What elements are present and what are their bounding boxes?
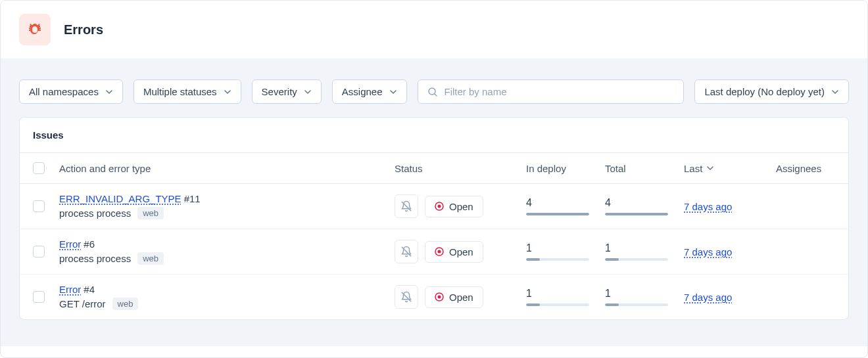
select-all-checkbox[interactable]: [33, 162, 45, 174]
last-time-link[interactable]: 7 days ago: [684, 292, 732, 303]
action-tag: web: [137, 252, 164, 265]
page-title: Errors: [64, 22, 103, 37]
bar-track: [605, 303, 668, 306]
bar-track: [605, 258, 668, 261]
notification-off-icon: [400, 246, 412, 257]
error-link[interactable]: ERR_INVALID_ARG_TYPE: [59, 193, 181, 204]
bar-fill: [526, 303, 540, 306]
row-checkbox[interactable]: [33, 200, 45, 212]
issue-number: #4: [84, 284, 95, 295]
bar-fill: [526, 258, 540, 261]
in-deploy-value: 1: [526, 242, 605, 254]
record-icon: [435, 247, 444, 256]
col-status: Status: [395, 163, 526, 174]
action-subtitle: GET /error: [59, 298, 106, 309]
status-open[interactable]: Open: [425, 241, 483, 263]
notification-off-icon: [400, 291, 412, 303]
total-cell: 1: [605, 288, 684, 306]
in-deploy-value: 4: [526, 197, 605, 209]
search-icon: [427, 87, 438, 97]
table-header-row-wrap: Action and error type Status In deploy T…: [20, 153, 848, 184]
action-cell: Error #6 process process web: [59, 238, 395, 265]
filter-severity-label: Severity: [262, 86, 297, 97]
status-cell: Open: [395, 194, 526, 218]
page-header: Errors: [1, 1, 867, 58]
status-cell: Open: [395, 285, 526, 309]
total-value: 4: [605, 197, 684, 209]
last-time-link[interactable]: 7 days ago: [684, 201, 732, 212]
issues-title: Issues: [20, 118, 848, 153]
row-checkbox[interactable]: [33, 246, 45, 257]
error-link[interactable]: Error: [59, 238, 81, 250]
bar-fill: [526, 213, 589, 215]
filter-namespace[interactable]: All namespaces: [19, 79, 123, 104]
status-open-label: Open: [449, 292, 473, 303]
total-value: 1: [605, 242, 684, 254]
col-last[interactable]: Last: [684, 163, 776, 174]
filter-deploy[interactable]: Last deploy (No deploy yet): [694, 79, 849, 104]
main-area: All namespaces Multiple statuses Severit…: [1, 58, 867, 346]
total-value: 1: [605, 288, 684, 300]
filter-deploy-label: Last deploy (No deploy yet): [704, 86, 825, 97]
filter-search-wrap: [418, 79, 685, 104]
chevron-down-icon: [105, 88, 113, 96]
filter-bar: All namespaces Multiple statuses Severit…: [19, 79, 849, 104]
notification-toggle-button[interactable]: [395, 285, 418, 309]
bar-fill: [605, 213, 668, 215]
table-header-row: Action and error type Status In deploy T…: [20, 153, 848, 184]
status-cell: Open: [395, 240, 526, 263]
bar-track: [526, 213, 589, 215]
filter-search-input[interactable]: [445, 86, 675, 97]
last-time-link[interactable]: 7 days ago: [684, 246, 732, 257]
chevron-down-icon: [389, 88, 397, 96]
bug-icon: [27, 22, 43, 37]
filter-namespace-label: All namespaces: [29, 86, 99, 97]
action-cell: Error #4 GET /error web: [59, 284, 395, 310]
status-open-label: Open: [449, 246, 473, 257]
table-row: ERR_INVALID_ARG_TYPE #11 process process…: [20, 184, 848, 229]
issue-number: #11: [184, 193, 201, 204]
page-container: Errors All namespaces Multiple statuses …: [0, 0, 868, 358]
col-in-deploy: In deploy: [526, 163, 605, 174]
notification-toggle-button[interactable]: [395, 194, 418, 218]
notification-off-icon: [400, 200, 412, 212]
issues-panel: Issues Action and error type Status In d…: [19, 117, 849, 320]
notification-toggle-button[interactable]: [395, 240, 418, 263]
action-tag: web: [137, 207, 164, 219]
table-row: Error #6 process process web Open 1 1: [20, 229, 848, 275]
filter-assignee-label: Assignee: [342, 86, 383, 97]
record-icon: [435, 202, 444, 211]
bug-icon-tile: [19, 14, 51, 45]
action-tag: web: [112, 298, 139, 310]
chevron-down-icon: [706, 164, 714, 172]
in-deploy-cell: 1: [526, 242, 605, 261]
total-cell: 1: [605, 242, 684, 261]
action-subtitle: process process: [59, 253, 131, 264]
svg-point-3: [438, 205, 441, 208]
svg-point-9: [438, 296, 441, 299]
bar-track: [526, 258, 589, 261]
total-cell: 4: [605, 197, 684, 215]
filter-statuses-label: Multiple statuses: [143, 86, 217, 97]
table-body: ERR_INVALID_ARG_TYPE #11 process process…: [20, 184, 848, 319]
bar-track: [526, 303, 589, 306]
bar-track: [605, 213, 668, 215]
row-checkbox[interactable]: [33, 291, 45, 303]
in-deploy-cell: 1: [526, 288, 605, 306]
filter-severity[interactable]: Severity: [252, 79, 322, 104]
action-subtitle: process process: [59, 208, 131, 219]
col-action: Action and error type: [59, 163, 395, 174]
issue-number: #6: [84, 238, 95, 250]
status-open[interactable]: Open: [425, 286, 483, 308]
chevron-down-icon: [831, 88, 839, 96]
status-open[interactable]: Open: [425, 196, 483, 217]
col-last-label: Last: [684, 163, 702, 174]
bar-fill: [605, 258, 619, 261]
table-row: Error #4 GET /error web Open 1 1: [20, 275, 848, 319]
filter-statuses[interactable]: Multiple statuses: [133, 79, 241, 104]
error-link[interactable]: Error: [59, 284, 81, 295]
filter-assignee[interactable]: Assignee: [332, 79, 407, 104]
chevron-down-icon: [224, 88, 231, 96]
svg-point-6: [438, 250, 441, 254]
status-open-label: Open: [449, 201, 473, 212]
